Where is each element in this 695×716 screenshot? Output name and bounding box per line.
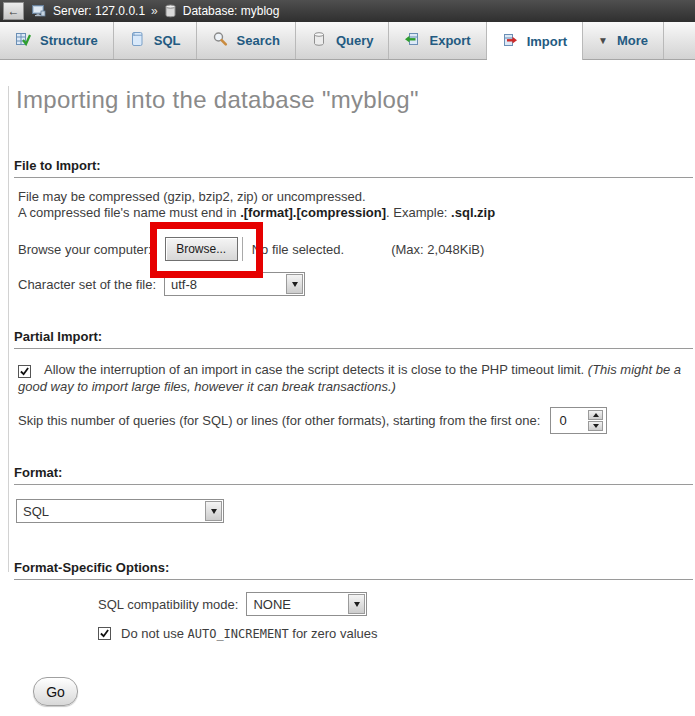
tab-search[interactable]: Search	[197, 22, 296, 59]
caret-down-icon	[593, 424, 599, 428]
charset-label: Character set of the file:	[18, 277, 156, 292]
tab-import[interactable]: Import	[487, 22, 583, 60]
database-icon	[164, 4, 177, 18]
breadcrumb-separator: »	[151, 4, 158, 18]
spinner-up-button[interactable]	[588, 410, 603, 420]
server-icon	[31, 3, 47, 19]
file-input-divider	[242, 237, 243, 261]
checkmark-icon	[20, 367, 29, 376]
section-heading-partial-import: Partial Import:	[14, 329, 693, 349]
tab-more[interactable]: ▼ More	[583, 22, 664, 59]
go-row: Go	[14, 677, 695, 706]
compatibility-select[interactable]: NONE	[246, 592, 367, 616]
charset-select[interactable]: utf-8	[164, 272, 305, 296]
tab-bar: Structure SQL Search Query Export Import…	[0, 22, 695, 60]
browse-label: Browse your computer:	[18, 242, 152, 257]
compatibility-label: SQL compatibility mode:	[98, 597, 238, 612]
tab-label: SQL	[154, 33, 181, 48]
file-import-info: File may be compressed (gzip, bzip2, zip…	[18, 189, 695, 221]
query-database-icon	[311, 31, 327, 50]
checkmark-icon	[100, 629, 109, 638]
tab-label: Search	[237, 33, 280, 48]
sql-icon	[129, 31, 145, 50]
tab-label: Structure	[40, 33, 98, 48]
tab-label: Query	[336, 33, 374, 48]
search-icon	[212, 31, 228, 50]
breadcrumb-bar: ← Server: 127.0.0.1 » Database: myblog	[0, 0, 695, 22]
back-button[interactable]: ←	[3, 2, 24, 20]
dropdown-arrow-button[interactable]	[348, 594, 365, 614]
charset-row: Character set of the file: utf-8	[14, 272, 695, 296]
export-icon	[404, 31, 420, 50]
caret-down-icon	[354, 602, 360, 607]
breadcrumb: Server: 127.0.0.1 » Database: myblog	[31, 3, 279, 19]
file-status-text: No file selected.	[252, 242, 345, 257]
compatibility-selected-value: NONE	[253, 597, 291, 612]
number-spinner	[588, 410, 603, 431]
go-button[interactable]: Go	[33, 677, 78, 706]
dropdown-arrow-button[interactable]	[286, 274, 303, 294]
format-selected-value: SQL	[23, 504, 49, 519]
chevron-down-icon: ▼	[598, 35, 608, 46]
tab-structure[interactable]: Structure	[0, 22, 114, 59]
dropdown-arrow-button[interactable]	[205, 501, 222, 521]
caret-down-icon	[211, 509, 217, 514]
charset-selected-value: utf-8	[171, 277, 197, 292]
spinner-down-button[interactable]	[588, 421, 603, 431]
interrupt-checkbox[interactable]	[18, 365, 31, 378]
skip-number-input[interactable]: 0	[550, 407, 607, 434]
sql-compatibility-row: SQL compatibility mode: NONE	[14, 592, 695, 616]
section-heading-file-to-import: File to Import:	[14, 158, 693, 178]
back-arrow-icon: ←	[8, 5, 20, 17]
tab-label: Import	[527, 34, 567, 49]
page-content: Importing into the database "myblog" Fil…	[0, 86, 695, 706]
breadcrumb-server-link[interactable]: Server: 127.0.0.1	[53, 4, 145, 18]
auto-increment-text: Do not use AUTO_INCREMENT for zero value…	[121, 626, 378, 641]
tab-export[interactable]: Export	[389, 22, 486, 59]
skip-value: 0	[559, 413, 566, 428]
caret-up-icon	[593, 413, 599, 417]
auto-increment-row: Do not use AUTO_INCREMENT for zero value…	[14, 626, 695, 641]
left-border-rule	[8, 86, 9, 572]
tab-query[interactable]: Query	[296, 22, 390, 59]
max-size-text: (Max: 2,048KiB)	[391, 242, 484, 257]
tab-label: Export	[429, 33, 470, 48]
browse-button[interactable]: Browse...	[165, 237, 238, 261]
skip-row: Skip this number of queries (for SQL) or…	[14, 407, 695, 434]
interrupt-text: Allow the interruption of an import in c…	[44, 362, 588, 377]
format-select[interactable]: SQL	[16, 499, 224, 523]
section-heading-format-specific: Format-Specific Options:	[14, 560, 693, 580]
auto-increment-checkbox[interactable]	[98, 627, 111, 640]
skip-label: Skip this number of queries (for SQL) or…	[18, 413, 540, 428]
interrupt-option: Allow the interruption of an import in c…	[14, 361, 686, 395]
tab-label: More	[617, 33, 648, 48]
structure-icon	[15, 31, 31, 50]
tab-sql[interactable]: SQL	[114, 22, 197, 59]
page-title: Importing into the database "myblog"	[16, 86, 695, 114]
caret-down-icon	[292, 282, 298, 287]
import-icon	[502, 32, 518, 51]
browse-row: Browse your computer: Browse... No file …	[14, 235, 695, 263]
section-heading-format: Format:	[14, 465, 693, 485]
breadcrumb-database-link[interactable]: Database: myblog	[183, 4, 280, 18]
